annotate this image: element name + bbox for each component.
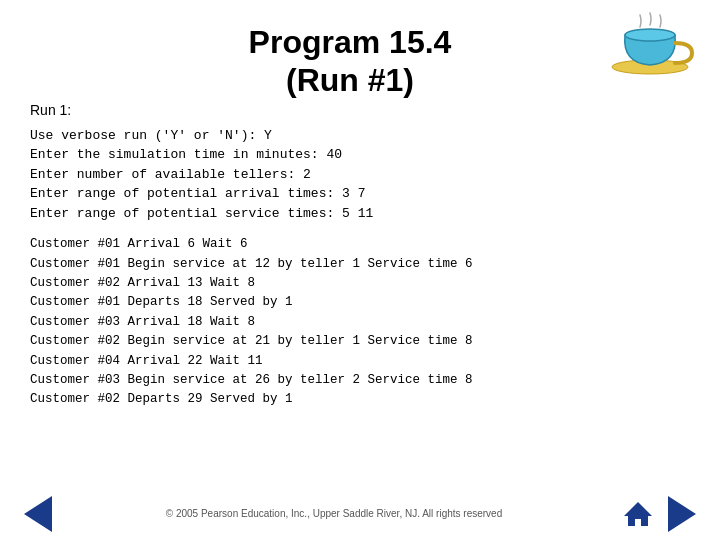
- back-button[interactable]: [20, 496, 56, 532]
- coffee-cup-image: [610, 5, 700, 75]
- footer: © 2005 Pearson Education, Inc., Upper Sa…: [0, 490, 720, 540]
- page: Program 15.4 (Run #1) Run 1:: [0, 0, 720, 540]
- customer-line-1: Customer #01 Arrival 6 Wait 6: [30, 235, 690, 254]
- verbose-line-2: Enter the simulation time in minutes: 40: [30, 145, 690, 165]
- customer-block: Customer #01 Arrival 6 Wait 6 Customer #…: [30, 235, 690, 409]
- customer-line-7: Customer #04 Arrival 22 Wait 11: [30, 352, 690, 371]
- svg-point-1: [625, 29, 675, 41]
- customer-line-8: Customer #03 Begin service at 26 by tell…: [30, 371, 690, 390]
- content-area: Use verbose run ('Y' or 'N'): Y Enter th…: [0, 126, 720, 490]
- customer-line-9: Customer #02 Departs 29 Served by 1: [30, 390, 690, 409]
- customer-line-5: Customer #03 Arrival 18 Wait 8: [30, 313, 690, 332]
- verbose-line-3: Enter number of available tellers: 2: [30, 165, 690, 185]
- customer-line-6: Customer #02 Begin service at 21 by tell…: [30, 332, 690, 351]
- back-arrow-icon: [24, 496, 52, 532]
- copyright-text: © 2005 Pearson Education, Inc., Upper Sa…: [56, 507, 612, 521]
- verbose-line-1: Use verbose run ('Y' or 'N'): Y: [30, 126, 690, 146]
- verbose-line-4: Enter range of potential arrival times: …: [30, 184, 690, 204]
- home-icon: [622, 498, 654, 530]
- svg-marker-2: [624, 502, 652, 526]
- run-label: Run 1:: [30, 102, 720, 118]
- forward-arrow-icon: [668, 496, 696, 532]
- home-button[interactable]: [620, 496, 656, 532]
- customer-line-2: Customer #01 Begin service at 12 by tell…: [30, 255, 690, 274]
- title-area: Program 15.4 (Run #1): [0, 0, 720, 100]
- forward-button[interactable]: [664, 496, 700, 532]
- page-title: Program 15.4 (Run #1): [249, 23, 452, 100]
- customer-line-4: Customer #01 Departs 18 Served by 1: [30, 293, 690, 312]
- customer-line-3: Customer #02 Arrival 13 Wait 8: [30, 274, 690, 293]
- verbose-block: Use verbose run ('Y' or 'N'): Y Enter th…: [30, 126, 690, 224]
- verbose-line-5: Enter range of potential service times: …: [30, 204, 690, 224]
